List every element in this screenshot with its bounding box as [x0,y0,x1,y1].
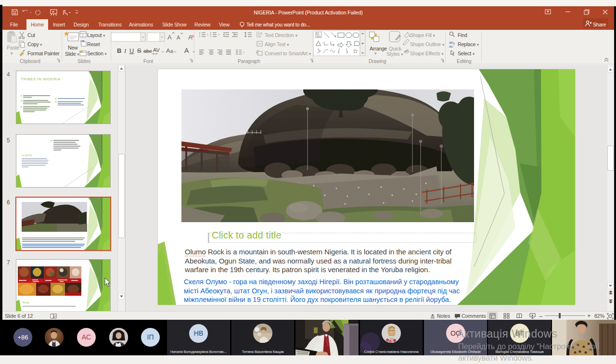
svg-text:U: U [129,47,134,54]
svg-text:A: A [177,35,180,40]
svg-text:abc: abc [143,48,152,54]
svg-text:B: B [117,47,121,54]
svg-text:a: a [170,49,173,54]
svg-text:S: S [137,47,141,54]
svg-text:ac: ac [449,44,453,49]
svg-text:AV: AV [153,47,160,53]
svg-text:I: I [124,47,127,54]
svg-text:A: A [184,47,189,54]
svg-text:A: A [166,47,170,54]
svg-text:A: A [167,34,172,41]
svg-text:A: A [260,31,263,36]
svg-text:Food: Food [23,301,29,304]
svg-text:TRIBES IN NIGERIA: TRIBES IN NIGERIA [21,77,61,81]
svg-text:CLIMATE: CLIMATE [22,154,32,157]
svg-text:A: A [188,34,192,41]
